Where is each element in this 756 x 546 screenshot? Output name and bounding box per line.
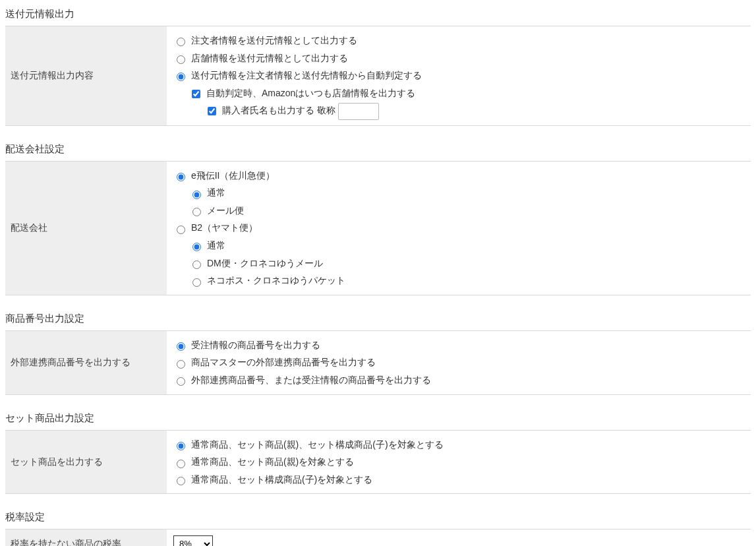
set-product-opt1-text: 通常商品、セット商品(親)、セット構成商品(子)を対象とする xyxy=(191,439,444,450)
delivery-c1a-label[interactable]: 通常 xyxy=(189,187,225,198)
sender-opt1-radio[interactable] xyxy=(177,38,185,46)
delivery-c1-label[interactable]: e飛伝II（佐川急便） xyxy=(173,170,275,181)
sender-chk1-text: 自動判定時、Amazonはいつも店舗情報を出力する xyxy=(206,88,415,98)
tax-row1-cell: 8% xyxy=(167,530,751,546)
set-product-opt3-text: 通常商品、セット構成商品(子)を対象とする xyxy=(191,474,372,485)
product-no-row-label: 外部連携商品番号を出力する xyxy=(5,330,167,394)
sender-chk2-checkbox[interactable] xyxy=(208,107,216,115)
sender-opt1-label[interactable]: 注文者情報を送付元情報として出力する xyxy=(173,35,357,46)
product-no-opt3-radio[interactable] xyxy=(177,377,185,386)
tax-rate-1-select[interactable]: 8% xyxy=(173,535,213,546)
sender-opt3-radio[interactable] xyxy=(177,73,185,81)
sender-table: 送付元情報出力内容 注文者情報を送付元情報として出力する 店舗情報を送付元情報と… xyxy=(5,26,751,126)
delivery-c1b-radio[interactable] xyxy=(192,208,201,216)
delivery-c2b-label[interactable]: DM便・クロネコゆうメール xyxy=(189,258,323,268)
delivery-c2c-radio[interactable] xyxy=(192,278,201,287)
product-no-opt1-label[interactable]: 受注情報の商品番号を出力する xyxy=(173,340,320,350)
delivery-c2a-text: 通常 xyxy=(207,240,225,251)
sender-opt2-radio[interactable] xyxy=(177,55,185,64)
product-no-opt2-label[interactable]: 商品マスターの外部連携商品番号を出力する xyxy=(173,357,376,367)
delivery-c2a-radio[interactable] xyxy=(192,243,201,251)
tax-table: 税率を持たない商品の税率 8% 税率を持たない金額情報の税率 8% xyxy=(5,529,751,546)
product-no-opt2-text: 商品マスターの外部連携商品番号を出力する xyxy=(191,357,376,367)
delivery-c2-radio[interactable] xyxy=(177,226,185,234)
section-title-sender: 送付元情報出力 xyxy=(5,3,751,26)
set-product-opt2-radio[interactable] xyxy=(177,460,185,468)
sender-chk1-checkbox[interactable] xyxy=(192,90,200,98)
sender-opt3-text: 送付元情報を注文者情報と送付先情報から自動判定する xyxy=(191,70,422,80)
tax-row1-label: 税率を持たない商品の税率 xyxy=(5,530,167,546)
product-no-opt3-text: 外部連携商品番号、または受注情報の商品番号を出力する xyxy=(191,375,431,385)
honorific-input[interactable] xyxy=(338,103,379,120)
delivery-c2-label[interactable]: B2（ヤマト便） xyxy=(173,222,258,233)
delivery-c1-radio[interactable] xyxy=(177,173,185,181)
set-product-opt1-label[interactable]: 通常商品、セット商品(親)、セット構成商品(子)を対象とする xyxy=(173,439,444,450)
delivery-c1b-label[interactable]: メール便 xyxy=(189,205,244,216)
section-title-product-no: 商品番号出力設定 xyxy=(5,307,751,330)
delivery-table: 配送会社 e飛伝II（佐川急便） 通常 xyxy=(5,161,751,295)
delivery-c2a-label[interactable]: 通常 xyxy=(189,240,225,251)
honorific-label: 敬称 xyxy=(317,105,335,115)
set-product-opt2-text: 通常商品、セット商品(親)を対象とする xyxy=(191,456,354,467)
delivery-c1a-radio[interactable] xyxy=(192,191,201,199)
section-title-tax: 税率設定 xyxy=(5,506,751,529)
sender-opt1-text: 注文者情報を送付元情報として出力する xyxy=(191,35,357,46)
product-no-opt1-text: 受注情報の商品番号を出力する xyxy=(191,340,320,350)
delivery-c1a-text: 通常 xyxy=(207,187,225,198)
delivery-row-label: 配送会社 xyxy=(5,161,167,295)
set-product-table: セット商品を出力する 通常商品、セット商品(親)、セット構成商品(子)を対象とす… xyxy=(5,430,751,495)
delivery-c2c-label[interactable]: ネコポス・クロネコゆうパケット xyxy=(189,275,345,286)
delivery-c2c-text: ネコポス・クロネコゆうパケット xyxy=(207,275,345,286)
sender-opt2-label[interactable]: 店舗情報を送付元情報として出力する xyxy=(173,53,348,63)
product-no-options-cell: 受注情報の商品番号を出力する 商品マスターの外部連携商品番号を出力する 外部連携… xyxy=(167,330,751,394)
set-product-row-label: セット商品を出力する xyxy=(5,430,167,494)
sender-chk1-label[interactable]: 自動判定時、Amazonはいつも店舗情報を出力する xyxy=(189,88,415,98)
delivery-c1b-text: メール便 xyxy=(207,205,244,216)
delivery-options-cell: e飛伝II（佐川急便） 通常 メール便 xyxy=(167,161,751,295)
set-product-options-cell: 通常商品、セット商品(親)、セット構成商品(子)を対象とする 通常商品、セット商… xyxy=(167,430,751,494)
product-no-opt3-label[interactable]: 外部連携商品番号、または受注情報の商品番号を出力する xyxy=(173,375,431,385)
sender-chk2-text: 購入者氏名も出力する xyxy=(222,105,314,115)
product-no-opt2-radio[interactable] xyxy=(177,360,185,369)
set-product-opt3-radio[interactable] xyxy=(177,477,185,485)
section-title-set-product: セット商品出力設定 xyxy=(5,407,751,430)
sender-opt2-text: 店舗情報を送付元情報として出力する xyxy=(191,53,348,63)
set-product-opt3-label[interactable]: 通常商品、セット構成商品(子)を対象とする xyxy=(173,474,372,485)
sender-row-label: 送付元情報出力内容 xyxy=(5,26,167,126)
delivery-c2-text: B2（ヤマト便） xyxy=(191,222,258,233)
set-product-opt2-label[interactable]: 通常商品、セット商品(親)を対象とする xyxy=(173,456,354,467)
delivery-c2b-text: DM便・クロネコゆうメール xyxy=(207,258,323,268)
sender-chk2-label[interactable]: 購入者氏名も出力する xyxy=(205,105,317,115)
sender-opt3-label[interactable]: 送付元情報を注文者情報と送付先情報から自動判定する xyxy=(173,70,422,80)
delivery-c1-text: e飛伝II（佐川急便） xyxy=(191,170,276,181)
delivery-c2b-radio[interactable] xyxy=(192,260,201,269)
set-product-opt1-radio[interactable] xyxy=(177,442,185,450)
product-no-table: 外部連携商品番号を出力する 受注情報の商品番号を出力する 商品マスターの外部連携… xyxy=(5,330,751,395)
section-title-delivery: 配送会社設定 xyxy=(5,138,751,161)
sender-options-cell: 注文者情報を送付元情報として出力する 店舗情報を送付元情報として出力する 送付元… xyxy=(167,26,751,126)
product-no-opt1-radio[interactable] xyxy=(177,342,185,351)
